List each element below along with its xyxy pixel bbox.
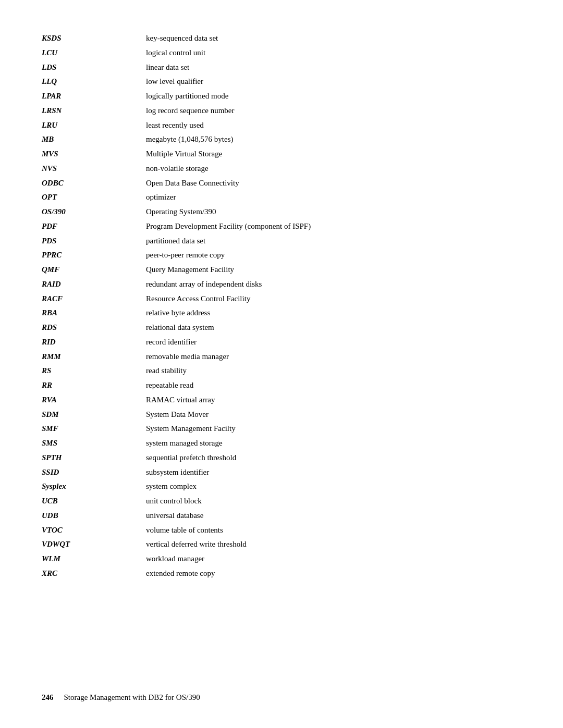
glossary-row: PDFProgram Development Facility (compone… xyxy=(42,219,521,234)
glossary-definition: subsystem identifier xyxy=(146,465,521,480)
glossary-definition: megabyte (1,048,576 bytes) xyxy=(146,132,521,147)
glossary-definition: system managed storage xyxy=(146,436,521,451)
glossary-term: SPTH xyxy=(42,451,146,465)
glossary-definition: Resource Access Control Facility xyxy=(146,292,521,306)
glossary-term: RAID xyxy=(42,277,146,292)
glossary-definition: read stability xyxy=(146,364,521,378)
glossary-definition: peer-to-peer remote copy xyxy=(146,248,521,263)
glossary-term: OPT xyxy=(42,190,146,205)
glossary-term: KSDS xyxy=(42,31,146,46)
glossary-definition: linear data set xyxy=(146,60,521,75)
glossary-term: RBA xyxy=(42,306,146,320)
glossary-term: SSID xyxy=(42,465,146,480)
glossary-row: LRUleast recently used xyxy=(42,118,521,133)
footer-text: Storage Management with DB2 for OS/390 xyxy=(64,693,200,702)
glossary-term: QMF xyxy=(42,263,146,277)
glossary-term: RR xyxy=(42,378,146,393)
glossary-term: RACF xyxy=(42,292,146,306)
glossary-term: LPAR xyxy=(42,89,146,104)
glossary-row: RMMremovable media manager xyxy=(42,350,521,364)
page-footer: 246 Storage Management with DB2 for OS/3… xyxy=(42,693,521,702)
glossary-row: LCUlogical control unit xyxy=(42,46,521,60)
glossary-term: Sysplex xyxy=(42,479,146,494)
glossary-term: VDWQT xyxy=(42,537,146,552)
page-number: 246 xyxy=(42,693,54,702)
glossary-term: LRSN xyxy=(42,104,146,118)
glossary-term: RDS xyxy=(42,320,146,335)
glossary-row: QMFQuery Management Facility xyxy=(42,263,521,277)
glossary-row: PDSpartitioned data set xyxy=(42,234,521,249)
glossary-row: LRSNlog record sequence number xyxy=(42,104,521,118)
glossary-term: UCB xyxy=(42,494,146,509)
glossary-term: LRU xyxy=(42,118,146,133)
glossary-definition: Open Data Base Connectivity xyxy=(146,176,521,191)
glossary-term: LCU xyxy=(42,46,146,60)
glossary-row: UDBuniversal database xyxy=(42,509,521,523)
glossary-row: XRCextended remote copy xyxy=(42,566,521,581)
glossary-row: ODBCOpen Data Base Connectivity xyxy=(42,176,521,191)
glossary-term: LDS xyxy=(42,60,146,75)
glossary-term: VTOC xyxy=(42,523,146,538)
glossary-row: SPTHsequential prefetch threshold xyxy=(42,451,521,465)
glossary-definition: log record sequence number xyxy=(146,104,521,118)
glossary-definition: Operating System/390 xyxy=(146,205,521,219)
glossary-definition: key-sequenced data set xyxy=(146,31,521,46)
glossary-row: PPRCpeer-to-peer remote copy xyxy=(42,248,521,263)
glossary-term: SMS xyxy=(42,436,146,451)
glossary-row: LDSlinear data set xyxy=(42,60,521,75)
glossary-row: RIDrecord identifier xyxy=(42,335,521,350)
glossary-row: NVSnon-volatile storage xyxy=(42,162,521,176)
glossary-definition: RAMAC virtual array xyxy=(146,393,521,408)
glossary-term: NVS xyxy=(42,162,146,176)
glossary-row: SSIDsubsystem identifier xyxy=(42,465,521,480)
glossary-term: RS xyxy=(42,364,146,378)
glossary-term: PDS xyxy=(42,234,146,249)
glossary-row: LPARlogically partitioned mode xyxy=(42,89,521,104)
glossary-row: VDWQTvertical deferred write threshold xyxy=(42,537,521,552)
glossary-definition: Program Development Facility (component … xyxy=(146,219,521,234)
glossary-definition: least recently used xyxy=(146,118,521,133)
glossary-row: MBmegabyte (1,048,576 bytes) xyxy=(42,132,521,147)
glossary-definition: workload manager xyxy=(146,552,521,566)
glossary-term: XRC xyxy=(42,566,146,581)
glossary-row: OPToptimizer xyxy=(42,190,521,205)
glossary-term: PDF xyxy=(42,219,146,234)
glossary-row: RAIDredundant array of independent disks xyxy=(42,277,521,292)
glossary-row: MVSMultiple Virtual Storage xyxy=(42,147,521,162)
glossary-definition: relative byte address xyxy=(146,306,521,320)
glossary-definition: optimizer xyxy=(146,190,521,205)
glossary-row: OS/390Operating System/390 xyxy=(42,205,521,219)
glossary-row: SMFSystem Management Facilty xyxy=(42,422,521,436)
glossary-term: SDM xyxy=(42,408,146,422)
glossary-term: SMF xyxy=(42,422,146,436)
glossary-row: KSDSkey-sequenced data set xyxy=(42,31,521,46)
glossary-row: RDSrelational data system xyxy=(42,320,521,335)
glossary-definition: low level qualifier xyxy=(146,75,521,89)
glossary-row: RVARAMAC virtual array xyxy=(42,393,521,408)
page-container: KSDSkey-sequenced data setLCUlogical con… xyxy=(0,0,563,644)
glossary-term: RID xyxy=(42,335,146,350)
glossary-term: PPRC xyxy=(42,248,146,263)
glossary-definition: relational data system xyxy=(146,320,521,335)
glossary-definition: non-volatile storage xyxy=(146,162,521,176)
glossary-definition: partitioned data set xyxy=(146,234,521,249)
glossary-row: RBArelative byte address xyxy=(42,306,521,320)
glossary-definition: repeatable read xyxy=(146,378,521,393)
glossary-definition: volume table of contents xyxy=(146,523,521,538)
glossary-term: OS/390 xyxy=(42,205,146,219)
glossary-definition: redundant array of independent disks xyxy=(146,277,521,292)
glossary-row: VTOCvolume table of contents xyxy=(42,523,521,538)
glossary-term: UDB xyxy=(42,509,146,523)
glossary-row: WLMworkload manager xyxy=(42,552,521,566)
glossary-definition: System Data Mover xyxy=(146,408,521,422)
glossary-row: Sysplexsystem complex xyxy=(42,479,521,494)
glossary-definition: System Management Facilty xyxy=(146,422,521,436)
glossary-term: MB xyxy=(42,132,146,147)
glossary-definition: Multiple Virtual Storage xyxy=(146,147,521,162)
glossary-row: RRrepeatable read xyxy=(42,378,521,393)
glossary-row: RSread stability xyxy=(42,364,521,378)
glossary-definition: logically partitioned mode xyxy=(146,89,521,104)
glossary-definition: system complex xyxy=(146,479,521,494)
glossary-definition: removable media manager xyxy=(146,350,521,364)
glossary-row: UCBunit control block xyxy=(42,494,521,509)
